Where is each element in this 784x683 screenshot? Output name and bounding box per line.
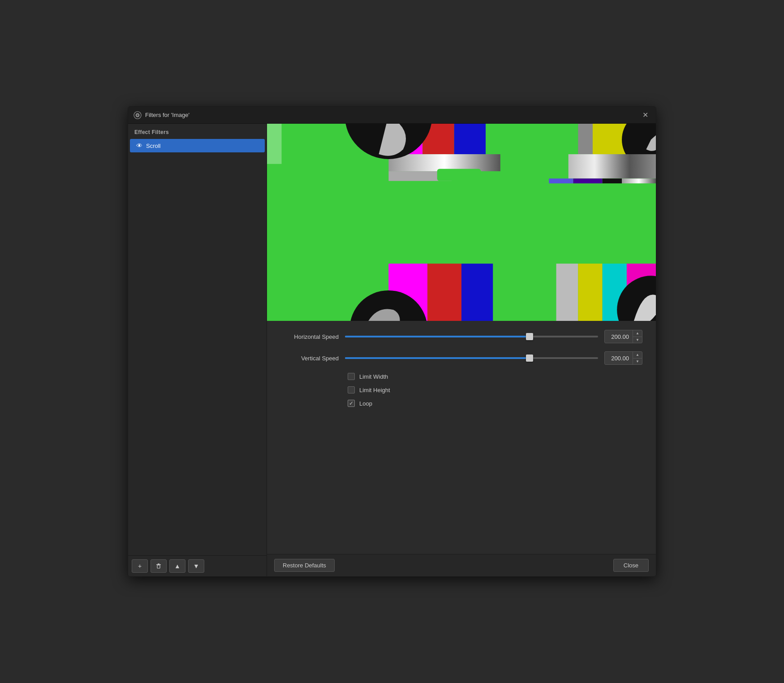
sidebar: Effect Filters 👁 Scroll + ▲ ▼: [128, 124, 267, 576]
bottom-bar: Restore Defaults Close: [267, 554, 656, 576]
svg-rect-10: [486, 124, 583, 174]
limit-height-checkbox[interactable]: [348, 386, 355, 393]
limit-width-label: Limit Width: [359, 373, 388, 380]
loop-row[interactable]: ✓ Loop: [348, 400, 642, 407]
vertical-speed-thumb[interactable]: [526, 354, 533, 362]
horizontal-speed-input[interactable]: 200.00 ▲ ▼: [604, 330, 642, 343]
loop-label: Loop: [359, 400, 372, 407]
horizontal-speed-row: Horizontal Speed 200.00 ▲ ▼: [280, 330, 642, 343]
close-icon[interactable]: ✕: [640, 110, 650, 121]
controls-area: Horizontal Speed 200.00 ▲ ▼: [267, 321, 656, 554]
restore-defaults-button[interactable]: Restore Defaults: [274, 559, 335, 572]
svg-rect-28: [461, 264, 493, 321]
eye-icon: 👁: [136, 142, 142, 149]
svg-rect-17: [437, 169, 481, 181]
svg-rect-18: [569, 154, 656, 178]
sidebar-header: Effect Filters: [128, 124, 267, 139]
sidebar-item-scroll[interactable]: 👁 Scroll: [130, 139, 265, 152]
svg-rect-29: [493, 264, 556, 321]
dialog-title: Filters for 'Image': [145, 112, 640, 118]
trash-icon: [155, 563, 162, 569]
vertical-speed-up-arrow[interactable]: ▲: [633, 352, 642, 359]
vertical-speed-row: Vertical Speed 200.00 ▲ ▼: [280, 351, 642, 365]
svg-rect-5: [158, 564, 159, 565]
limit-width-checkbox[interactable]: [348, 373, 355, 380]
horizontal-speed-arrows: ▲ ▼: [633, 330, 642, 343]
add-filter-button[interactable]: +: [132, 559, 148, 573]
limit-height-label: Limit Height: [359, 387, 390, 393]
svg-rect-3: [157, 565, 160, 568]
horizontal-speed-down-arrow[interactable]: ▼: [633, 337, 642, 343]
svg-point-2: [137, 114, 138, 116]
limit-height-row[interactable]: Limit Height: [348, 386, 642, 393]
svg-rect-4: [156, 564, 161, 565]
close-button[interactable]: Close: [613, 559, 649, 572]
content-area: Effect Filters 👁 Scroll + ▲ ▼: [128, 124, 656, 576]
horizontal-speed-track[interactable]: [345, 336, 598, 337]
vertical-speed-slider-container: [345, 354, 598, 363]
svg-rect-23: [388, 183, 656, 264]
svg-rect-30: [556, 264, 578, 321]
horizontal-speed-value: 200.00: [605, 333, 633, 340]
horizontal-speed-label: Horizontal Speed: [280, 333, 339, 340]
vertical-speed-down-arrow[interactable]: ▼: [633, 359, 642, 365]
preview-area: [267, 124, 656, 321]
vertical-speed-value: 200.00: [605, 355, 633, 362]
svg-rect-9: [454, 124, 486, 154]
titlebar-icon: [134, 111, 142, 119]
horizontal-speed-up-arrow[interactable]: ▲: [633, 330, 642, 337]
sidebar-item-label: Scroll: [146, 143, 161, 149]
svg-rect-25: [267, 124, 282, 164]
svg-rect-31: [578, 264, 602, 321]
limit-width-row[interactable]: Limit Width: [348, 373, 642, 380]
svg-rect-27: [427, 264, 461, 321]
delete-filter-button[interactable]: [151, 559, 167, 573]
vertical-speed-input[interactable]: 200.00 ▲ ▼: [604, 351, 642, 365]
svg-rect-12: [593, 124, 627, 154]
horizontal-speed-fill: [345, 336, 530, 337]
titlebar: Filters for 'Image' ✕: [128, 107, 656, 124]
svg-rect-15: [388, 154, 500, 171]
vertical-speed-track[interactable]: [345, 357, 598, 359]
sidebar-spacer: [128, 152, 267, 555]
move-down-button[interactable]: ▼: [188, 559, 204, 573]
checkboxes-area: Limit Width Limit Height ✓ Loop: [280, 373, 642, 407]
horizontal-speed-thumb[interactable]: [526, 333, 533, 340]
loop-checkbox[interactable]: ✓: [348, 400, 355, 407]
move-up-button[interactable]: ▲: [169, 559, 185, 573]
test-pattern-image: [267, 124, 656, 321]
vertical-speed-label: Vertical Speed: [280, 355, 339, 362]
main-panel: Horizontal Speed 200.00 ▲ ▼: [267, 124, 656, 576]
horizontal-speed-slider-container: [345, 332, 598, 341]
sidebar-footer: + ▲ ▼: [128, 555, 267, 576]
filters-dialog: Filters for 'Image' ✕ Effect Filters 👁 S…: [128, 106, 656, 577]
vertical-speed-fill: [345, 357, 530, 359]
vertical-speed-arrows: ▲ ▼: [633, 352, 642, 364]
svg-rect-11: [578, 124, 593, 154]
